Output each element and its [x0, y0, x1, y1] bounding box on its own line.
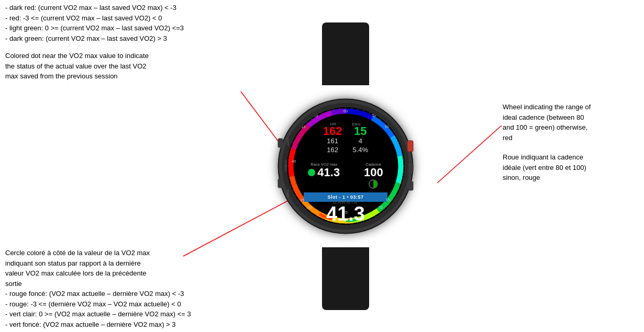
button-bottom-left[interactable]	[278, 179, 283, 188]
ring-num-10: 10	[302, 125, 306, 129]
elev-secondary1: 4	[359, 137, 362, 146]
watch-case: LIGHT UP·MENU DOWN HR Elev.	[279, 99, 413, 233]
left-line-3: - light green: 0 >= (current VO2 max – l…	[5, 23, 262, 33]
watch-container: LIGHT UP·MENU DOWN HR Elev.	[257, 10, 435, 322]
right-b1-line-1: Wheel indicating the range of	[503, 102, 639, 112]
cadence-section: Cadence 100	[364, 162, 383, 189]
button-top-left[interactable]	[278, 138, 283, 147]
slot-text: Slot - 1 • 03:57	[327, 194, 363, 200]
hr-secondary1: 161	[327, 137, 338, 146]
hr-col: 162 161 162	[323, 125, 342, 155]
left-b2-line-2: the status of the actual value over the …	[5, 61, 262, 72]
bottom-line-1: Cercle coloré à côté de la valeur de la …	[5, 248, 257, 258]
cadence-wheel	[369, 179, 378, 189]
ring-num-15: 15	[386, 198, 390, 202]
right-b2-line-1: Roue indiquant la cadence	[503, 152, 639, 163]
ring-num-55: 55	[372, 113, 376, 117]
left-line-1: - dark red: (current VO2 max – last save…	[5, 3, 262, 13]
hr-secondary2: 162	[327, 146, 338, 155]
right-b1-line-3: and 100 = green) otherwise,	[503, 122, 639, 133]
band-bottom	[322, 247, 369, 310]
bottom-line-5: - rouge foncé: (VO2 max actuelle – derni…	[5, 289, 257, 299]
top-data-area: 162 161 162 15 4 5.4%	[287, 125, 405, 155]
bottom-line-4: sortie	[5, 279, 257, 289]
vo2-value: 41.3	[317, 167, 340, 178]
bottom-annotations: Cercle coloré à côté de la valeur de la …	[5, 248, 257, 329]
ring-num-05: 05	[314, 113, 318, 117]
hr-primary: 162	[323, 125, 342, 137]
right-block2: Roue indiquant la cadence idéale (vert e…	[503, 152, 639, 183]
elev-secondary2: 5.4%	[353, 146, 369, 155]
bottom-line-2: indiquant son status par rapport à la de…	[5, 258, 257, 269]
ring-num-20: 20	[379, 205, 383, 209]
band-top	[322, 22, 369, 85]
vo2-section: Race VO2 max 41.3	[308, 162, 340, 178]
button-mid-right[interactable]	[408, 164, 414, 173]
right-block1: Wheel indicating the range of ideal cade…	[503, 102, 639, 143]
bottom-line-7: - vert clair: 0 >= (VO2 max actuelle – d…	[5, 309, 257, 319]
vo2-row: 41.3	[308, 167, 340, 178]
right-b1-line-4: red	[503, 133, 639, 143]
right-b1-line-2: ideal cadence (between 80	[503, 112, 639, 123]
watch-face: HR Elev. 162 161 162 15 4 5.4%	[287, 107, 405, 225]
right-b2-line-3: sinon, rouge	[503, 173, 639, 183]
cadence-value: 100	[364, 167, 383, 178]
vo2-status-dot	[308, 169, 315, 176]
bottom-line-6: - rouge: -3 <= (dernière VO2 max – VO2 m…	[5, 299, 257, 310]
ring-num-60: 60	[343, 109, 348, 113]
left-line-2: - red: -3 <= (current VO2 max – last sav…	[5, 13, 262, 24]
svg-line-2	[437, 125, 502, 183]
ring-num-25: 25	[343, 211, 348, 214]
bottom-line-8: - vert foncé: (VO2 max actuelle – derniè…	[5, 319, 257, 330]
left-line-4: - dark green: (current VO2 max – last sa…	[5, 33, 262, 44]
left-annotations: - dark red: (current VO2 max – last save…	[5, 3, 262, 82]
left-b2-line-1: Colored dot near the VO2 max value to in…	[5, 51, 262, 61]
right-b2-line-2: idéale (vert entre 80 et 100)	[503, 163, 639, 173]
elev-primary: 15	[354, 125, 367, 137]
button-bottom-right[interactable]	[408, 181, 414, 191]
right-annotations: Wheel indicating the range of ideal cade…	[503, 102, 639, 183]
ring-num-50: 50	[385, 125, 389, 129]
ring-num-40: 40	[292, 159, 296, 163]
left-block1: - dark red: (current VO2 max – last save…	[5, 3, 262, 43]
button-top-right[interactable]	[407, 141, 414, 152]
elev-col: 15 4 5.4%	[353, 125, 369, 155]
left-block2: Colored dot near the VO2 max value to in…	[5, 51, 262, 82]
ring-num-35: 35	[301, 198, 305, 202]
mid-section: Race VO2 max 41.3 Cadence 100	[287, 162, 405, 189]
left-b2-line-3: max saved from the previous session	[5, 71, 262, 82]
watch-body: LIGHT UP·MENU DOWN HR Elev.	[267, 22, 424, 310]
bottom-line-3: valeur VO2 max calculée lors de la précé…	[5, 268, 257, 279]
ring-num-30: 30	[308, 205, 312, 209]
